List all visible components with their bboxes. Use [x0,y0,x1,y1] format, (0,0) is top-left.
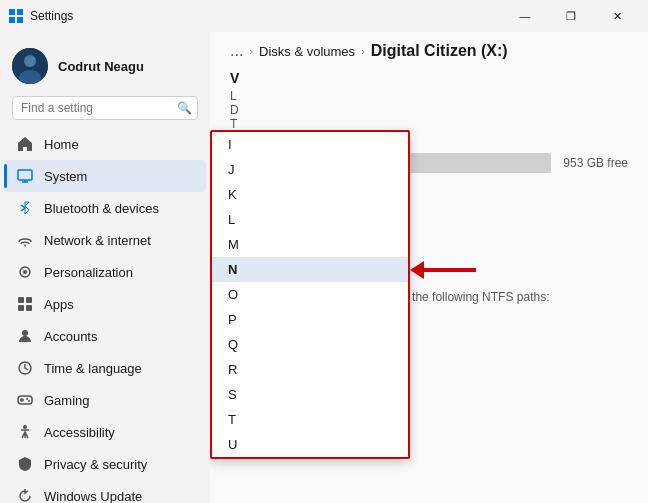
svg-rect-14 [26,297,32,303]
sidebar-item-network-label: Network & internet [44,233,151,248]
title-bar: Settings — ❐ ✕ [0,0,648,32]
window-title: Settings [30,9,502,23]
dropdown-item-p[interactable]: P [212,307,408,332]
main-content: ... › Disks & volumes › Digital Citizen … [210,32,648,503]
dropdown-menu: I J K L M N O P Q R S T U [210,130,410,459]
sidebar-item-home-label: Home [44,137,79,152]
sidebar-item-accessibility[interactable]: Accessibility [4,416,206,448]
svg-rect-3 [17,17,23,23]
sidebar-item-privacy[interactable]: Privacy & security [4,448,206,480]
search-input[interactable] [21,101,171,115]
sidebar-item-apps[interactable]: Apps [4,288,206,320]
home-icon [16,135,34,153]
dropdown-item-l[interactable]: L [212,207,408,232]
app-icon [8,8,24,24]
sidebar-item-accounts-label: Accounts [44,329,97,344]
sidebar-item-personalization-label: Personalization [44,265,133,280]
svg-point-5 [24,55,36,67]
svg-point-23 [28,400,30,402]
sidebar-item-personalization[interactable]: Personalization [4,256,206,288]
apps-icon [16,295,34,313]
sidebar-item-time[interactable]: Time & language [4,352,206,384]
sidebar-item-bluetooth[interactable]: Bluetooth & devices [4,192,206,224]
svg-rect-2 [9,17,15,23]
sidebar-item-home[interactable]: Home [4,128,206,160]
sidebar-item-apps-label: Apps [44,297,74,312]
dropdown-item-t[interactable]: T [212,407,408,432]
breadcrumb-current: Digital Citizen (X:) [371,42,508,60]
personalization-icon [16,263,34,281]
gaming-icon [16,391,34,409]
dropdown-item-i[interactable]: I [212,132,408,157]
system-icon [16,167,34,185]
breadcrumb: ... › Disks & volumes › Digital Citizen … [210,32,648,70]
volume-line-d: D [230,103,628,117]
svg-rect-7 [18,170,32,180]
breadcrumb-disks[interactable]: Disks & volumes [259,44,355,59]
svg-point-24 [23,425,27,429]
volume-line-v: V [230,70,628,86]
network-icon [16,231,34,249]
window-controls: — ❐ ✕ [502,0,640,32]
arrow-indicator [410,261,476,279]
privacy-icon [16,455,34,473]
maximize-button[interactable]: ❐ [548,0,594,32]
avatar-image [12,48,48,84]
svg-rect-15 [18,305,24,311]
user-section[interactable]: Codrut Neagu [0,40,210,96]
sidebar-item-update-label: Windows Update [44,489,142,504]
svg-rect-16 [26,305,32,311]
breadcrumb-separator-1: › [249,45,253,57]
sidebar-item-gaming-label: Gaming [44,393,90,408]
svg-rect-13 [18,297,24,303]
dropdown-item-m[interactable]: M [212,232,408,257]
search-box[interactable]: 🔍 [12,96,198,120]
dropdown-item-s[interactable]: S [212,382,408,407]
app-container: Codrut Neagu 🔍 Home Sys [0,32,648,503]
svg-rect-0 [9,9,15,15]
svg-point-10 [24,245,26,247]
sidebar-item-gaming[interactable]: Gaming [4,384,206,416]
minimize-button[interactable]: — [502,0,548,32]
avatar [12,48,48,84]
sidebar-item-bluetooth-label: Bluetooth & devices [44,201,159,216]
accessibility-icon [16,423,34,441]
update-icon [16,487,34,503]
sidebar: Codrut Neagu 🔍 Home Sys [0,32,210,503]
sidebar-item-system-label: System [44,169,87,184]
sidebar-item-privacy-label: Privacy & security [44,457,147,472]
content-area: V L D T F 953 GB free F Y data on it. Fo… [210,70,648,491]
svg-point-12 [23,270,27,274]
dropdown-item-n-label: N [228,262,237,277]
dropdown-item-k[interactable]: K [212,182,408,207]
sidebar-item-accounts[interactable]: Accounts [4,320,206,352]
storage-free-label: 953 GB free [563,156,628,170]
user-name: Codrut Neagu [58,59,144,74]
sidebar-item-time-label: Time & language [44,361,142,376]
dropdown-item-u[interactable]: U [212,432,408,457]
breadcrumb-dots[interactable]: ... [230,42,243,60]
dropdown-item-o[interactable]: O [212,282,408,307]
volume-line-t: T [230,117,628,131]
sidebar-item-system[interactable]: System [4,160,206,192]
accounts-icon [16,327,34,345]
dropdown-item-q[interactable]: Q [212,332,408,357]
sidebar-item-accessibility-label: Accessibility [44,425,115,440]
time-icon [16,359,34,377]
sidebar-item-update[interactable]: Windows Update [4,480,206,503]
breadcrumb-separator-2: › [361,45,365,57]
volume-line-l: L [230,89,628,103]
bluetooth-icon [16,199,34,217]
sidebar-item-network[interactable]: Network & internet [4,224,206,256]
dropdown-item-r[interactable]: R [212,357,408,382]
svg-point-22 [26,398,28,400]
close-button[interactable]: ✕ [594,0,640,32]
svg-point-17 [22,330,28,336]
svg-rect-1 [17,9,23,15]
search-icon: 🔍 [177,101,192,115]
dropdown-item-n[interactable]: N [212,257,408,282]
dropdown-item-j[interactable]: J [212,157,408,182]
